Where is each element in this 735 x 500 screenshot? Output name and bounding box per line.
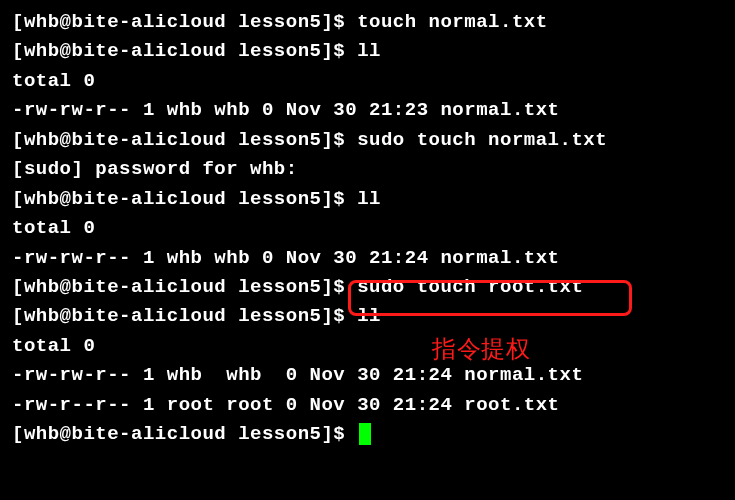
terminal-line: -rw-rw-r-- 1 whb whb 0 Nov 30 21:23 norm…	[12, 96, 723, 125]
terminal-line: [whb@bite-alicloud lesson5]$ sudo touch …	[12, 273, 723, 302]
terminal-line: total 0	[12, 332, 723, 361]
terminal-line: total 0	[12, 67, 723, 96]
terminal-line: [whb@bite-alicloud lesson5]$ touch norma…	[12, 8, 723, 37]
terminal-line: -rw-rw-r-- 1 whb whb 0 Nov 30 21:24 norm…	[12, 244, 723, 273]
terminal-line: [whb@bite-alicloud lesson5]$ ll	[12, 185, 723, 214]
terminal-line: [whb@bite-alicloud lesson5]$ sudo touch …	[12, 126, 723, 155]
terminal-line: -rw-r--r-- 1 root root 0 Nov 30 21:24 ro…	[12, 391, 723, 420]
terminal-line: [sudo] password for whb:	[12, 155, 723, 184]
terminal-line: [whb@bite-alicloud lesson5]$ ll	[12, 37, 723, 66]
terminal-line: [whb@bite-alicloud lesson5]$ ll	[12, 302, 723, 331]
terminal-line: -rw-rw-r-- 1 whb whb 0 Nov 30 21:24 norm…	[12, 361, 723, 390]
annotation-label: 指令提权	[432, 330, 530, 367]
terminal-prompt-active[interactable]: [whb@bite-alicloud lesson5]$	[12, 420, 723, 449]
cursor-icon	[359, 423, 371, 445]
prompt-text: [whb@bite-alicloud lesson5]$	[12, 423, 357, 445]
terminal-line: total 0	[12, 214, 723, 243]
